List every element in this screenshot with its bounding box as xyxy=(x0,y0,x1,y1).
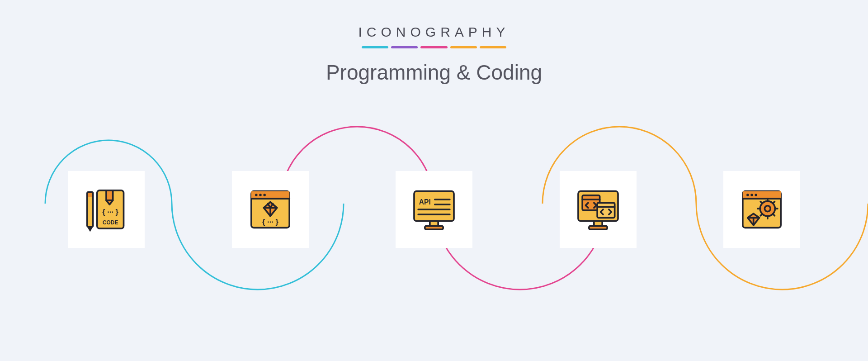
svg-text:{ ··· }: { ··· } xyxy=(102,208,118,216)
page-title: Programming & Coding xyxy=(0,60,868,85)
svg-text:CODE: CODE xyxy=(103,219,118,226)
brand-label: ICONOGRAPHY xyxy=(0,24,868,40)
svg-point-55 xyxy=(746,194,749,196)
svg-rect-48 xyxy=(597,203,615,218)
svg-point-18 xyxy=(259,194,262,196)
svg-text:API: API xyxy=(419,198,431,206)
svg-rect-0 xyxy=(87,192,93,227)
svg-text:{ ··· }: { ··· } xyxy=(262,218,278,226)
browser-diamond-gear-icon xyxy=(723,171,800,248)
svg-point-56 xyxy=(750,194,753,196)
svg-marker-2 xyxy=(87,227,93,232)
brand-underline xyxy=(362,46,506,48)
code-book-pencil-icon: { ··· } CODE xyxy=(68,171,145,248)
api-monitor-icon: API xyxy=(396,171,472,248)
svg-point-19 xyxy=(263,194,266,196)
svg-rect-3 xyxy=(88,193,92,197)
svg-point-57 xyxy=(755,194,757,196)
header: ICONOGRAPHY Programming & Coding xyxy=(0,0,868,85)
svg-point-17 xyxy=(255,194,258,196)
svg-rect-27 xyxy=(414,191,454,221)
monitor-code-windows-icon xyxy=(560,171,637,248)
svg-rect-6 xyxy=(106,190,113,200)
browser-diamond-code-icon: { ··· } xyxy=(232,171,309,248)
icon-row: { ··· } CODE { ··· } xyxy=(0,171,868,248)
